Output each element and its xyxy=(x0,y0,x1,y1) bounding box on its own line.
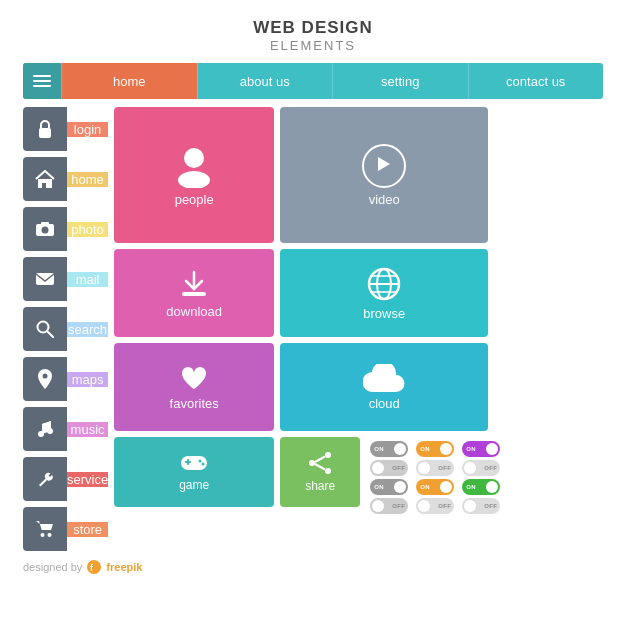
svg-point-9 xyxy=(43,374,48,379)
toggle-gray-on[interactable]: ON xyxy=(370,441,408,457)
content-wrapper: home about us setting contact us login xyxy=(23,63,603,575)
toggle-gray-off2[interactable]: OFF xyxy=(370,498,408,514)
tile-cloud[interactable]: cloud xyxy=(280,343,488,431)
svg-point-20 xyxy=(199,460,202,463)
tile-video[interactable]: video xyxy=(280,107,488,243)
tile-browse[interactable]: browse xyxy=(280,249,488,337)
sidebar-item-mail[interactable]: mail xyxy=(23,257,108,301)
bottom-right: share ON OFF xyxy=(280,437,488,518)
mail-label: mail xyxy=(67,272,108,287)
tile-download[interactable]: download xyxy=(114,249,274,337)
toggle-gray-off[interactable]: OFF xyxy=(370,460,408,476)
svg-rect-0 xyxy=(39,128,51,138)
svg-line-30 xyxy=(315,457,325,463)
svg-point-29 xyxy=(325,468,331,474)
tile-share[interactable]: share xyxy=(280,437,360,507)
wrench-icon xyxy=(23,457,67,501)
brand-name: freepik xyxy=(106,561,142,573)
favorites-label: favorites xyxy=(170,396,219,411)
sidebar-item-music[interactable]: music xyxy=(23,407,108,451)
service-label: service xyxy=(67,472,108,487)
right-top: video xyxy=(280,107,488,243)
sidebar-item-login[interactable]: login xyxy=(23,107,108,151)
tile-people[interactable]: people xyxy=(114,107,274,243)
svg-point-14 xyxy=(184,148,204,168)
title-main: WEB DESIGN xyxy=(253,18,373,38)
toggle-col-gray: ON OFF ON xyxy=(370,441,408,514)
nav-item-home[interactable]: home xyxy=(61,63,197,99)
video-label: video xyxy=(369,192,400,207)
toggle-col-orange: ON OFF ON xyxy=(416,441,454,514)
title-sub: ELEMENTS xyxy=(253,38,373,53)
magnifier-icon xyxy=(23,307,67,351)
sidebar-item-maps[interactable]: maps xyxy=(23,357,108,401)
svg-rect-6 xyxy=(36,273,54,285)
svg-point-21 xyxy=(202,463,205,466)
game-label: game xyxy=(179,478,209,492)
sidebar-item-store[interactable]: store xyxy=(23,507,108,551)
svg-line-8 xyxy=(47,331,53,337)
toggle-purple-off[interactable]: OFF xyxy=(462,460,500,476)
svg-point-27 xyxy=(325,452,331,458)
main-content: login home xyxy=(23,107,603,551)
sidebar-item-service[interactable]: service xyxy=(23,457,108,501)
svg-rect-19 xyxy=(187,459,189,465)
svg-point-12 xyxy=(41,533,45,537)
title-section: WEB DESIGN ELEMENTS xyxy=(253,0,373,63)
svg-rect-2 xyxy=(42,183,46,188)
sidebar-item-home[interactable]: home xyxy=(23,157,108,201)
hamburger-icon xyxy=(33,75,51,87)
envelope-icon xyxy=(23,257,67,301)
login-label: login xyxy=(67,122,108,137)
nav-item-aboutus[interactable]: about us xyxy=(197,63,333,99)
svg-point-15 xyxy=(178,171,210,188)
toggle-orange-off2[interactable]: OFF xyxy=(416,498,454,514)
nav-item-contactus[interactable]: contact us xyxy=(468,63,604,99)
toggle-green-on[interactable]: ON xyxy=(462,479,500,495)
toggle-green-off[interactable]: OFF xyxy=(462,498,500,514)
maps-label: maps xyxy=(67,372,108,387)
freepik-logo-icon: f xyxy=(86,559,102,575)
toggle-purple-on[interactable]: ON xyxy=(462,441,500,457)
footer: designed by f freepik xyxy=(23,559,603,575)
svg-point-28 xyxy=(309,460,315,466)
toggle-col-color: ON OFF ON xyxy=(462,441,500,514)
svg-point-13 xyxy=(48,533,52,537)
right-col: video browse cloud xyxy=(280,107,488,551)
note-icon xyxy=(23,407,67,451)
hamburger-menu[interactable] xyxy=(23,63,61,99)
cloud-label: cloud xyxy=(369,396,400,411)
svg-point-10 xyxy=(38,431,44,437)
nav-item-setting[interactable]: setting xyxy=(332,63,468,99)
people-label: people xyxy=(175,192,214,207)
lock-icon xyxy=(23,107,67,151)
house-icon xyxy=(23,157,67,201)
toggles-section: ON OFF ON xyxy=(366,437,504,518)
pin-icon xyxy=(23,357,67,401)
svg-line-31 xyxy=(315,464,325,470)
tile-game[interactable]: game xyxy=(114,437,274,507)
toggle-orange-off[interactable]: OFF xyxy=(416,460,454,476)
home-label: home xyxy=(67,172,108,187)
browse-label: browse xyxy=(363,306,405,321)
toggle-orange-on[interactable]: ON xyxy=(416,441,454,457)
footer-text: designed by xyxy=(23,561,82,573)
camera-icon xyxy=(23,207,67,251)
svg-point-11 xyxy=(47,428,53,434)
music-label: music xyxy=(67,422,108,437)
search-label: search xyxy=(67,322,108,337)
download-label: download xyxy=(166,304,222,319)
toggle-gray-on2[interactable]: ON xyxy=(370,479,408,495)
center-col: people download favorites xyxy=(114,107,274,551)
sidebar-item-search[interactable]: search xyxy=(23,307,108,351)
svg-point-4 xyxy=(42,227,49,234)
sidebar-item-photo[interactable]: photo xyxy=(23,207,108,251)
svg-rect-16 xyxy=(182,292,206,296)
play-icon xyxy=(362,144,406,188)
nav-bar: home about us setting contact us xyxy=(23,63,603,99)
share-label: share xyxy=(305,479,335,493)
store-label: store xyxy=(67,522,108,537)
tile-favorites[interactable]: favorites xyxy=(114,343,274,431)
svg-rect-5 xyxy=(41,222,49,225)
toggle-orange-on2[interactable]: ON xyxy=(416,479,454,495)
